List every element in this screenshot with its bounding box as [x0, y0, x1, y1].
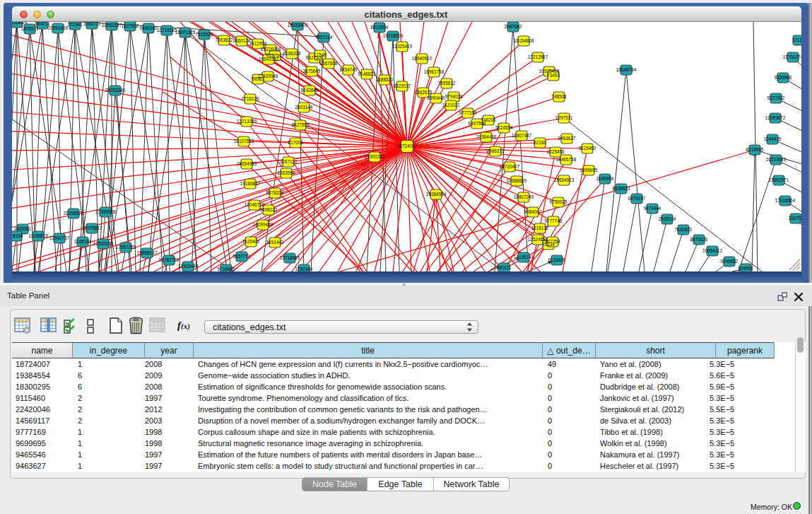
svg-text:1145194: 1145194: [74, 239, 92, 244]
svg-text:2367608: 2367608: [320, 61, 338, 66]
svg-text:9716485: 9716485: [218, 267, 235, 271]
svg-text:10654112: 10654112: [702, 248, 722, 253]
svg-text:9498222: 9498222: [260, 207, 278, 212]
svg-text:39154: 39154: [12, 233, 23, 238]
svg-text:8454749: 8454749: [340, 67, 358, 72]
svg-text:15692971: 15692971: [769, 177, 789, 182]
svg-text:19654985: 19654985: [237, 161, 257, 166]
svg-text:9227342: 9227342: [767, 95, 785, 100]
svg-text:2986372: 2986372: [487, 148, 505, 153]
svg-text:15751074: 15751074: [783, 54, 801, 59]
svg-text:16107553: 16107553: [234, 139, 254, 144]
svg-text:1244415: 1244415: [764, 136, 782, 141]
svg-text:7663822: 7663822: [216, 37, 233, 42]
svg-text:1527602: 1527602: [122, 23, 139, 28]
svg-text:9242848: 9242848: [301, 88, 319, 93]
svg-text:10719185: 10719185: [157, 28, 177, 33]
svg-text:9657771: 9657771: [233, 254, 251, 259]
svg-text:2935114: 2935114: [659, 216, 676, 221]
svg-text:18807249: 18807249: [514, 194, 534, 199]
svg-text:18640910: 18640910: [412, 56, 433, 61]
svg-text:29053346: 29053346: [105, 88, 126, 93]
svg-text:12213389: 12213389: [237, 119, 257, 124]
svg-text:8938923: 8938923: [613, 186, 630, 191]
svg-text:16154808: 16154808: [514, 38, 534, 43]
svg-text:20364436: 20364436: [476, 134, 497, 139]
svg-text:8878334: 8878334: [266, 190, 284, 195]
svg-text:9660124: 9660124: [233, 38, 251, 43]
svg-text:20206576: 20206576: [64, 211, 84, 216]
svg-text:8427552: 8427552: [292, 122, 310, 127]
svg-text:16033809: 16033809: [12, 22, 28, 25]
svg-text:3267110: 3267110: [280, 159, 298, 164]
svg-text:10807487: 10807487: [512, 133, 532, 138]
svg-text:7515526: 7515526: [196, 32, 213, 37]
svg-text:9084067: 9084067: [524, 209, 542, 214]
svg-text:10653287: 10653287: [102, 23, 122, 28]
svg-text:11156819: 11156819: [28, 233, 48, 238]
svg-text:7625402: 7625402: [242, 239, 260, 244]
svg-text:9474444: 9474444: [644, 206, 661, 211]
svg-text:17957255: 17957255: [116, 245, 136, 250]
svg-text:16782759: 16782759: [159, 257, 180, 262]
svg-text:19384554: 19384554: [426, 192, 447, 197]
svg-text:19958137: 19958137: [137, 250, 158, 255]
svg-text:18495758: 18495758: [556, 157, 577, 162]
svg-text:98961: 98961: [252, 76, 264, 81]
svg-text:1691443: 1691443: [266, 240, 284, 245]
svg-text:772341: 772341: [67, 22, 83, 27]
svg-text:1025458: 1025458: [547, 149, 565, 154]
svg-text:1899695: 1899695: [580, 168, 598, 173]
svg-text:20691406: 20691406: [48, 25, 69, 30]
svg-text:2718126: 2718126: [242, 96, 259, 101]
svg-text:8990448: 8990448: [428, 95, 445, 100]
svg-text:17359928: 17359928: [95, 209, 116, 214]
svg-text:3675645: 3675645: [303, 69, 321, 74]
svg-text:6479197: 6479197: [628, 196, 646, 201]
svg-text:16543382: 16543382: [259, 57, 279, 62]
svg-text:10046728: 10046728: [245, 202, 265, 207]
svg-text:1421022: 1421022: [442, 103, 460, 107]
svg-text:1588520: 1588520: [376, 77, 394, 82]
svg-text:12505185: 12505185: [93, 241, 114, 246]
svg-text:10688609: 10688609: [507, 178, 527, 183]
svg-text:17546: 17546: [314, 52, 326, 57]
svg-text:9115460: 9115460: [579, 146, 596, 151]
svg-text:16671385: 16671385: [175, 30, 196, 35]
svg-text:924561: 924561: [738, 266, 753, 271]
svg-text:7632621: 7632621: [675, 227, 693, 232]
svg-text:817006: 817006: [288, 140, 303, 145]
svg-text:3624554: 3624554: [495, 125, 513, 130]
svg-text:7955812: 7955812: [438, 81, 456, 86]
svg-text:16961758: 16961758: [424, 69, 445, 74]
svg-text:1297511: 1297511: [555, 115, 573, 120]
svg-text:9146821: 9146821: [358, 71, 376, 76]
svg-text:18724007: 18724007: [397, 144, 418, 148]
svg-text:9777746: 9777746: [545, 218, 563, 223]
svg-text:15718485: 15718485: [280, 255, 300, 260]
svg-text:12093872: 12093872: [765, 115, 786, 120]
svg-text:12923448: 12923448: [178, 264, 199, 269]
svg-text:11123: 11123: [793, 37, 801, 42]
svg-text:15720407: 15720407: [500, 164, 520, 169]
svg-text:6466160: 6466160: [140, 25, 158, 30]
svg-text:7857224: 7857224: [315, 35, 333, 40]
svg-text:17016504: 17016504: [775, 198, 796, 203]
svg-text:19975857: 19975857: [82, 226, 102, 230]
svg-text:8813054: 8813054: [371, 25, 389, 30]
svg-text:14136141: 14136141: [514, 255, 534, 259]
svg-text:3912954: 3912954: [249, 41, 267, 46]
svg-text:9777169: 9777169: [459, 110, 477, 115]
svg-text:19166827: 19166827: [240, 181, 261, 186]
svg-text:19218506: 19218506: [383, 33, 404, 38]
svg-text:12942737: 12942737: [49, 235, 70, 240]
svg-text:907254: 907254: [545, 239, 560, 244]
svg-text:1353594: 1353594: [278, 170, 295, 175]
svg-text:2803144: 2803144: [295, 105, 313, 110]
svg-text:9329966: 9329966: [775, 75, 792, 80]
svg-text:746206: 746206: [481, 117, 496, 122]
svg-text:1435061: 1435061: [14, 226, 32, 231]
svg-text:8322037: 8322037: [394, 83, 411, 88]
svg-text:73493: 73493: [547, 73, 560, 78]
svg-text:116753: 116753: [789, 216, 801, 221]
